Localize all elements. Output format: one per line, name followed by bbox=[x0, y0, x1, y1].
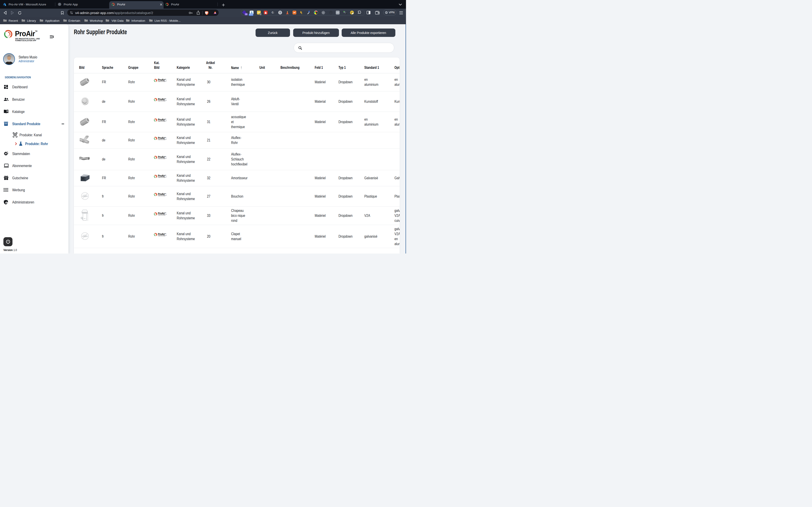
svg-text:JS: JS bbox=[345, 13, 347, 14]
svg-text:d1: d1 bbox=[84, 218, 85, 219]
svg-text:NO IMAGE: NO IMAGE bbox=[82, 236, 88, 237]
svg-text:NO IMAGE: NO IMAGE bbox=[82, 195, 88, 197]
svg-text:V1: V1 bbox=[81, 218, 82, 219]
